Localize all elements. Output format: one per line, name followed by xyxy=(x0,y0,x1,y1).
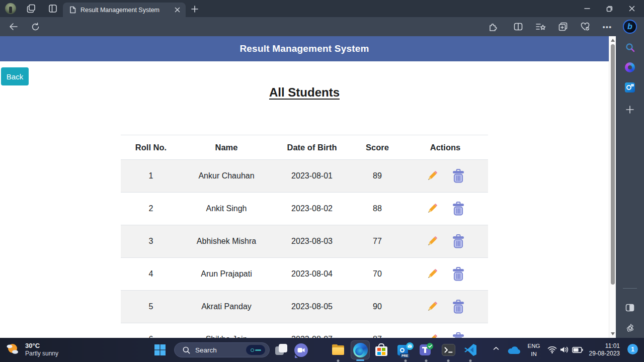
window-minimize-button[interactable] xyxy=(576,0,598,17)
sidebar-microsoft365-icon[interactable] xyxy=(625,62,635,72)
chat-button[interactable] xyxy=(294,343,308,357)
table-row: 4 Arun Prajapati 2023-08-04 70 xyxy=(121,258,488,291)
edit-pencil-icon[interactable] xyxy=(426,267,439,281)
edit-pencil-icon[interactable] xyxy=(426,333,439,338)
sidebar-add-icon[interactable] xyxy=(625,105,635,115)
language-indicator[interactable]: ENGIN xyxy=(526,342,542,358)
edge-active-indicator xyxy=(356,359,364,361)
sidebar-panel-toggle-icon[interactable] xyxy=(625,303,635,313)
split-screen-icon[interactable] xyxy=(513,22,524,32)
score-cell: 88 xyxy=(352,193,403,225)
start-button[interactable] xyxy=(153,343,167,357)
tab-title: Result Management System xyxy=(80,7,173,14)
volume-icon[interactable] xyxy=(560,346,569,353)
name-cell: Shikha Jain xyxy=(181,323,272,338)
score-cell: 77 xyxy=(352,225,403,258)
page-scrollbar[interactable] xyxy=(609,36,616,338)
clock-widget[interactable]: 11:01 29-08-2023 xyxy=(579,342,620,357)
name-cell: Ankit Singh xyxy=(181,193,272,225)
edge-browser-icon[interactable] xyxy=(351,340,370,359)
delete-trash-icon[interactable] xyxy=(452,202,465,216)
tab-close-icon[interactable] xyxy=(173,6,182,15)
file-explorer-icon[interactable] xyxy=(331,343,345,357)
sidebar-search-icon[interactable] xyxy=(625,42,635,52)
window-close-button[interactable] xyxy=(621,0,643,17)
delete-trash-icon[interactable] xyxy=(452,169,465,183)
dob-cell: 2023-08-07 xyxy=(272,323,352,338)
delete-trash-icon[interactable] xyxy=(452,234,465,248)
dob-cell: 2023-08-02 xyxy=(272,193,352,225)
browser-tab[interactable]: Result Management System xyxy=(63,3,186,17)
roll-cell: 3 xyxy=(121,225,181,258)
tray-chevron-icon[interactable] xyxy=(493,346,499,350)
roll-cell: 2 xyxy=(121,193,181,225)
back-button[interactable]: Back xyxy=(1,67,29,85)
onedrive-icon[interactable] xyxy=(507,346,520,354)
name-cell: Ankur Chauhan xyxy=(181,160,272,193)
page-heading: All Students xyxy=(269,85,340,99)
column-header-actions: Actions xyxy=(403,135,488,160)
wifi-icon[interactable] xyxy=(547,346,557,353)
browser-toolbar: localhost:5000/teacher/viewAll A) ••• b xyxy=(0,17,644,36)
notification-count-badge[interactable]: 1 xyxy=(627,344,638,354)
refresh-icon[interactable] xyxy=(30,21,41,32)
weather-temp: 30°C xyxy=(25,342,58,350)
dob-cell: 2023-08-05 xyxy=(272,291,352,323)
page-favicon-icon xyxy=(69,6,76,14)
edit-pencil-icon[interactable] xyxy=(426,235,439,248)
vertical-tabs-icon[interactable] xyxy=(48,4,58,14)
weather-widget[interactable]: 30°C Partly sunny xyxy=(5,341,58,357)
window-restore-button[interactable] xyxy=(598,0,620,17)
vscode-icon[interactable] xyxy=(463,343,477,357)
browser-window: Result Management System xyxy=(0,0,644,362)
table-row: 2 Ankit Singh 2023-08-02 88 xyxy=(121,193,488,225)
delete-trash-icon[interactable] xyxy=(452,300,465,314)
task-view-button[interactable] xyxy=(274,343,288,357)
teams-icon[interactable] xyxy=(419,343,433,357)
outlook-icon[interactable]: PRE xyxy=(397,343,414,357)
extensions-icon[interactable] xyxy=(488,22,499,32)
page-heading-wrap: All Students xyxy=(0,85,609,100)
table-row: 6 Shikha Jain 2023-08-07 87 xyxy=(121,323,488,338)
dob-cell: 2023-08-01 xyxy=(272,160,352,193)
dob-cell: 2023-08-03 xyxy=(272,225,352,258)
table-row: 1 Ankur Chauhan 2023-08-01 89 xyxy=(121,160,488,193)
delete-trash-icon[interactable] xyxy=(452,332,465,338)
collections-icon[interactable] xyxy=(557,22,569,32)
edge-sidebar xyxy=(616,36,644,338)
app-header-banner: Result Management System xyxy=(0,36,609,61)
edit-pencil-icon[interactable] xyxy=(426,202,439,215)
sidebar-settings-gear-icon[interactable] xyxy=(625,323,635,333)
favorites-icon[interactable] xyxy=(535,22,547,32)
edit-pencil-icon[interactable] xyxy=(426,300,439,313)
tray-date: 29-08-2023 xyxy=(579,350,620,357)
scrollbar-down-arrow-icon[interactable] xyxy=(611,332,615,335)
sidebar-divider xyxy=(623,288,637,289)
terminal-icon[interactable] xyxy=(441,343,455,357)
edit-pencil-icon[interactable] xyxy=(426,169,439,183)
roll-cell: 4 xyxy=(121,258,181,291)
weather-condition: Partly sunny xyxy=(25,350,58,357)
name-cell: Arun Prajapati xyxy=(181,258,272,291)
new-tab-button[interactable] xyxy=(190,4,200,14)
dob-cell: 2023-08-04 xyxy=(272,258,352,291)
column-header-roll: Roll No. xyxy=(121,135,181,160)
sidebar-outlook-icon[interactable] xyxy=(625,82,635,93)
score-cell: 70 xyxy=(352,258,403,291)
workspaces-icon[interactable] xyxy=(26,4,36,14)
microsoft-store-icon[interactable] xyxy=(374,343,388,357)
settings-more-icon[interactable]: ••• xyxy=(602,22,613,32)
profile-avatar[interactable] xyxy=(5,3,16,14)
scrollbar-thumb[interactable] xyxy=(611,44,615,285)
score-cell: 87 xyxy=(352,323,403,338)
bing-chat-icon[interactable]: b xyxy=(623,20,637,34)
browser-titlebar: Result Management System xyxy=(0,0,644,17)
app-title: Result Management System xyxy=(239,43,369,54)
browser-essentials-icon[interactable] xyxy=(580,22,591,32)
delete-trash-icon[interactable] xyxy=(452,267,465,281)
table-row: 5 Akrati Panday 2023-08-05 90 xyxy=(121,291,488,323)
scrollbar-up-arrow-icon[interactable] xyxy=(611,39,615,42)
back-navigation-icon[interactable] xyxy=(8,21,19,32)
taskbar-search-box[interactable]: Search xyxy=(174,342,270,357)
column-header-dob: Date of Birth xyxy=(272,135,352,160)
